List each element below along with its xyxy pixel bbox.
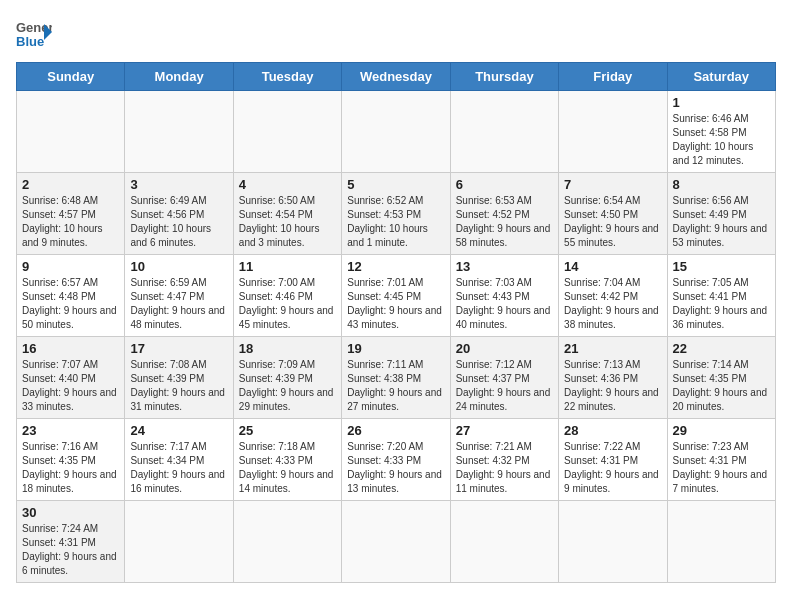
day-number: 29	[673, 423, 770, 438]
weekday-header-tuesday: Tuesday	[233, 63, 341, 91]
weekday-header-wednesday: Wednesday	[342, 63, 450, 91]
day-info: Sunrise: 7:12 AM Sunset: 4:37 PM Dayligh…	[456, 358, 553, 414]
generalblue-logo-icon: General Blue	[16, 16, 52, 52]
day-info: Sunrise: 6:56 AM Sunset: 4:49 PM Dayligh…	[673, 194, 770, 250]
day-info: Sunrise: 7:21 AM Sunset: 4:32 PM Dayligh…	[456, 440, 553, 496]
calendar-cell: 6Sunrise: 6:53 AM Sunset: 4:52 PM Daylig…	[450, 173, 558, 255]
calendar-cell: 3Sunrise: 6:49 AM Sunset: 4:56 PM Daylig…	[125, 173, 233, 255]
day-number: 2	[22, 177, 119, 192]
calendar-cell: 28Sunrise: 7:22 AM Sunset: 4:31 PM Dayli…	[559, 419, 667, 501]
day-number: 14	[564, 259, 661, 274]
day-number: 15	[673, 259, 770, 274]
calendar-cell	[125, 91, 233, 173]
calendar-cell	[559, 501, 667, 583]
day-info: Sunrise: 7:05 AM Sunset: 4:41 PM Dayligh…	[673, 276, 770, 332]
day-number: 13	[456, 259, 553, 274]
calendar-cell: 26Sunrise: 7:20 AM Sunset: 4:33 PM Dayli…	[342, 419, 450, 501]
day-number: 18	[239, 341, 336, 356]
day-info: Sunrise: 6:46 AM Sunset: 4:58 PM Dayligh…	[673, 112, 770, 168]
day-info: Sunrise: 7:24 AM Sunset: 4:31 PM Dayligh…	[22, 522, 119, 578]
day-number: 28	[564, 423, 661, 438]
day-info: Sunrise: 6:52 AM Sunset: 4:53 PM Dayligh…	[347, 194, 444, 250]
calendar-cell: 5Sunrise: 6:52 AM Sunset: 4:53 PM Daylig…	[342, 173, 450, 255]
calendar-cell: 27Sunrise: 7:21 AM Sunset: 4:32 PM Dayli…	[450, 419, 558, 501]
weekday-header-saturday: Saturday	[667, 63, 775, 91]
day-number: 8	[673, 177, 770, 192]
day-number: 7	[564, 177, 661, 192]
day-number: 1	[673, 95, 770, 110]
calendar-cell	[342, 91, 450, 173]
day-number: 17	[130, 341, 227, 356]
weekday-header-thursday: Thursday	[450, 63, 558, 91]
calendar-cell: 7Sunrise: 6:54 AM Sunset: 4:50 PM Daylig…	[559, 173, 667, 255]
day-number: 21	[564, 341, 661, 356]
day-number: 19	[347, 341, 444, 356]
calendar-cell: 25Sunrise: 7:18 AM Sunset: 4:33 PM Dayli…	[233, 419, 341, 501]
calendar-cell: 14Sunrise: 7:04 AM Sunset: 4:42 PM Dayli…	[559, 255, 667, 337]
calendar-cell: 11Sunrise: 7:00 AM Sunset: 4:46 PM Dayli…	[233, 255, 341, 337]
day-number: 16	[22, 341, 119, 356]
calendar-cell	[233, 501, 341, 583]
calendar-cell	[233, 91, 341, 173]
calendar-cell: 23Sunrise: 7:16 AM Sunset: 4:35 PM Dayli…	[17, 419, 125, 501]
day-info: Sunrise: 7:03 AM Sunset: 4:43 PM Dayligh…	[456, 276, 553, 332]
day-number: 25	[239, 423, 336, 438]
day-info: Sunrise: 6:50 AM Sunset: 4:54 PM Dayligh…	[239, 194, 336, 250]
calendar-cell: 19Sunrise: 7:11 AM Sunset: 4:38 PM Dayli…	[342, 337, 450, 419]
day-info: Sunrise: 7:13 AM Sunset: 4:36 PM Dayligh…	[564, 358, 661, 414]
day-info: Sunrise: 7:23 AM Sunset: 4:31 PM Dayligh…	[673, 440, 770, 496]
calendar-cell: 18Sunrise: 7:09 AM Sunset: 4:39 PM Dayli…	[233, 337, 341, 419]
calendar-cell: 17Sunrise: 7:08 AM Sunset: 4:39 PM Dayli…	[125, 337, 233, 419]
calendar-week-row: 2Sunrise: 6:48 AM Sunset: 4:57 PM Daylig…	[17, 173, 776, 255]
day-info: Sunrise: 7:08 AM Sunset: 4:39 PM Dayligh…	[130, 358, 227, 414]
day-info: Sunrise: 7:18 AM Sunset: 4:33 PM Dayligh…	[239, 440, 336, 496]
day-info: Sunrise: 7:09 AM Sunset: 4:39 PM Dayligh…	[239, 358, 336, 414]
calendar-cell	[17, 91, 125, 173]
calendar-cell	[559, 91, 667, 173]
calendar-cell: 22Sunrise: 7:14 AM Sunset: 4:35 PM Dayli…	[667, 337, 775, 419]
day-number: 22	[673, 341, 770, 356]
calendar-cell	[450, 91, 558, 173]
calendar-cell: 15Sunrise: 7:05 AM Sunset: 4:41 PM Dayli…	[667, 255, 775, 337]
day-info: Sunrise: 7:22 AM Sunset: 4:31 PM Dayligh…	[564, 440, 661, 496]
calendar-week-row: 23Sunrise: 7:16 AM Sunset: 4:35 PM Dayli…	[17, 419, 776, 501]
day-info: Sunrise: 7:16 AM Sunset: 4:35 PM Dayligh…	[22, 440, 119, 496]
weekday-header-row: SundayMondayTuesdayWednesdayThursdayFrid…	[17, 63, 776, 91]
calendar-week-row: 9Sunrise: 6:57 AM Sunset: 4:48 PM Daylig…	[17, 255, 776, 337]
page-header: General Blue	[16, 16, 776, 52]
calendar-cell: 1Sunrise: 6:46 AM Sunset: 4:58 PM Daylig…	[667, 91, 775, 173]
day-number: 23	[22, 423, 119, 438]
calendar-cell: 9Sunrise: 6:57 AM Sunset: 4:48 PM Daylig…	[17, 255, 125, 337]
day-info: Sunrise: 6:49 AM Sunset: 4:56 PM Dayligh…	[130, 194, 227, 250]
calendar-table: SundayMondayTuesdayWednesdayThursdayFrid…	[16, 62, 776, 583]
weekday-header-friday: Friday	[559, 63, 667, 91]
day-info: Sunrise: 7:17 AM Sunset: 4:34 PM Dayligh…	[130, 440, 227, 496]
day-number: 5	[347, 177, 444, 192]
calendar-week-row: 30Sunrise: 7:24 AM Sunset: 4:31 PM Dayli…	[17, 501, 776, 583]
calendar-cell: 2Sunrise: 6:48 AM Sunset: 4:57 PM Daylig…	[17, 173, 125, 255]
day-number: 4	[239, 177, 336, 192]
day-number: 24	[130, 423, 227, 438]
weekday-header-sunday: Sunday	[17, 63, 125, 91]
calendar-cell	[667, 501, 775, 583]
day-info: Sunrise: 7:00 AM Sunset: 4:46 PM Dayligh…	[239, 276, 336, 332]
day-number: 10	[130, 259, 227, 274]
calendar-cell: 21Sunrise: 7:13 AM Sunset: 4:36 PM Dayli…	[559, 337, 667, 419]
calendar-cell: 29Sunrise: 7:23 AM Sunset: 4:31 PM Dayli…	[667, 419, 775, 501]
calendar-cell: 24Sunrise: 7:17 AM Sunset: 4:34 PM Dayli…	[125, 419, 233, 501]
day-info: Sunrise: 6:59 AM Sunset: 4:47 PM Dayligh…	[130, 276, 227, 332]
day-info: Sunrise: 7:01 AM Sunset: 4:45 PM Dayligh…	[347, 276, 444, 332]
day-info: Sunrise: 7:04 AM Sunset: 4:42 PM Dayligh…	[564, 276, 661, 332]
day-number: 30	[22, 505, 119, 520]
day-number: 12	[347, 259, 444, 274]
calendar-cell: 16Sunrise: 7:07 AM Sunset: 4:40 PM Dayli…	[17, 337, 125, 419]
day-number: 20	[456, 341, 553, 356]
day-info: Sunrise: 7:14 AM Sunset: 4:35 PM Dayligh…	[673, 358, 770, 414]
day-number: 6	[456, 177, 553, 192]
calendar-cell	[125, 501, 233, 583]
calendar-cell: 20Sunrise: 7:12 AM Sunset: 4:37 PM Dayli…	[450, 337, 558, 419]
calendar-cell: 12Sunrise: 7:01 AM Sunset: 4:45 PM Dayli…	[342, 255, 450, 337]
day-number: 26	[347, 423, 444, 438]
calendar-cell: 8Sunrise: 6:56 AM Sunset: 4:49 PM Daylig…	[667, 173, 775, 255]
day-number: 27	[456, 423, 553, 438]
